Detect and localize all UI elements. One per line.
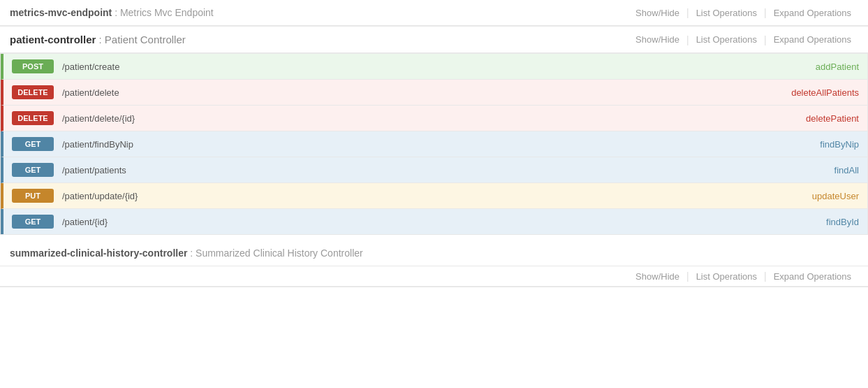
method-badge-delete: DELETE xyxy=(12,85,54,99)
patient-operations-list: POST /patient/create addPatient DELETE /… xyxy=(0,53,868,235)
method-badge-get: GET xyxy=(12,137,54,151)
patient-controller-title: patient-controller : Patient Controller xyxy=(10,34,186,45)
operation-path: /patient/patients xyxy=(62,165,834,175)
summarized-show-hide-link[interactable]: Show/Hide xyxy=(628,271,686,282)
summarized-clinical-history-header: summarized-clinical-history-controller :… xyxy=(0,240,868,266)
metrics-expand-operations-link[interactable]: Expand Operations xyxy=(767,8,858,18)
operation-row[interactable]: GET /patient/findByNip findByNip xyxy=(1,131,867,157)
patient-controller-actions: Show/Hide | List Operations | Expand Ope… xyxy=(628,34,858,45)
patient-controller-header: patient-controller : Patient Controller … xyxy=(0,27,868,53)
operation-path: /patient/{id} xyxy=(62,217,826,227)
summarized-list-operations-link[interactable]: List Operations xyxy=(689,271,764,282)
method-badge-delete: DELETE xyxy=(12,111,54,125)
summarized-expand-operations-link[interactable]: Expand Operations xyxy=(767,271,858,282)
operation-path: /patient/findByNip xyxy=(62,139,820,150)
summarized-clinical-history-action-bar: Show/Hide | List Operations | Expand Ope… xyxy=(0,266,868,287)
operation-path: /patient/create xyxy=(62,62,816,72)
patient-controller-section: patient-controller : Patient Controller … xyxy=(0,27,868,235)
operation-nickname: findAll xyxy=(834,165,859,175)
operation-nickname: updateUser xyxy=(812,191,859,201)
operation-row[interactable]: DELETE /patient/delete/{id} deletePatien… xyxy=(1,106,867,131)
operation-row[interactable]: GET /patient/patients findAll xyxy=(1,157,867,183)
operation-path: /patient/update/{id} xyxy=(62,191,812,201)
method-badge-put: PUT xyxy=(12,189,54,203)
method-badge-post: POST xyxy=(12,59,54,73)
summarized-clinical-history-actions: Show/Hide | List Operations | Expand Ope… xyxy=(628,271,858,282)
metrics-mvc-endpoint-header: metrics-mvc-endpoint : Metrics Mvc Endpo… xyxy=(0,0,868,26)
summarized-divider xyxy=(0,287,868,287)
operation-nickname: addPatient xyxy=(816,62,859,72)
patient-list-operations-link[interactable]: List Operations xyxy=(689,34,764,45)
metrics-mvc-endpoint-actions: Show/Hide | List Operations | Expand Ope… xyxy=(628,7,858,18)
metrics-mvc-endpoint-title: metrics-mvc-endpoint : Metrics Mvc Endpo… xyxy=(10,7,214,18)
operation-nickname: findByNip xyxy=(820,139,859,150)
metrics-show-hide-link[interactable]: Show/Hide xyxy=(628,8,686,18)
summarized-clinical-history-title: summarized-clinical-history-controller :… xyxy=(10,247,363,259)
method-badge-get: GET xyxy=(12,215,54,229)
metrics-mvc-endpoint-section: metrics-mvc-endpoint : Metrics Mvc Endpo… xyxy=(0,0,868,27)
patient-show-hide-link[interactable]: Show/Hide xyxy=(628,34,686,45)
operation-path: /patient/delete xyxy=(62,87,791,98)
patient-expand-operations-link[interactable]: Expand Operations xyxy=(767,34,858,45)
method-badge-get: GET xyxy=(12,163,54,177)
operation-nickname: findById xyxy=(826,217,859,227)
operation-row[interactable]: PUT /patient/update/{id} updateUser xyxy=(1,183,867,209)
operation-nickname: deletePatient xyxy=(806,113,859,124)
metrics-list-operations-link[interactable]: List Operations xyxy=(689,8,764,18)
operation-row[interactable]: GET /patient/{id} findById xyxy=(1,209,867,234)
operation-row[interactable]: DELETE /patient/delete deleteAllPatients xyxy=(1,80,867,106)
summarized-clinical-history-section: summarized-clinical-history-controller :… xyxy=(0,240,868,287)
swagger-ui: metrics-mvc-endpoint : Metrics Mvc Endpo… xyxy=(0,0,868,287)
operation-row[interactable]: POST /patient/create addPatient xyxy=(1,54,867,80)
operation-path: /patient/delete/{id} xyxy=(62,113,806,124)
operation-nickname: deleteAllPatients xyxy=(791,87,859,98)
